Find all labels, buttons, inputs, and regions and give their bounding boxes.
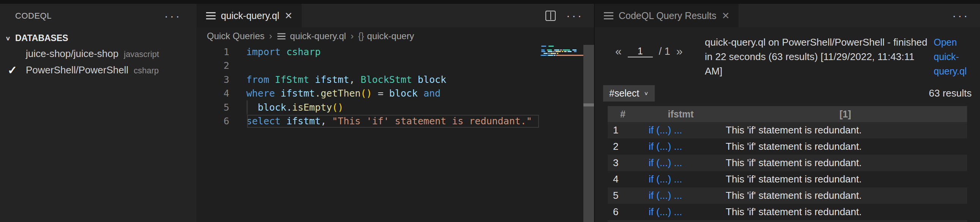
selected-check-icon: ✓ xyxy=(8,62,17,78)
column-header-message[interactable]: [1] xyxy=(724,109,967,120)
minimap-segment xyxy=(544,53,548,54)
line-number: 5 xyxy=(197,102,229,113)
databases-section-header[interactable]: ∨ DATABASES xyxy=(0,30,197,46)
code-token xyxy=(280,115,286,126)
next-page-button[interactable]: » xyxy=(676,45,683,58)
file-list-icon xyxy=(277,33,285,39)
code-text: import csharp xyxy=(246,46,321,57)
code-token: import xyxy=(246,46,280,57)
codeql-sidebar: CODEQL ··· ∨ DATABASES juice-shop/juice-… xyxy=(0,4,197,222)
minimap-segment xyxy=(574,51,576,52)
minimap-gap xyxy=(572,51,573,52)
result-message: This 'if' statement is redundant. xyxy=(724,173,967,185)
results-content: « / 1 » quick-query.ql on PowerShell/Pow… xyxy=(595,27,980,222)
chevron-down-icon: ∨ xyxy=(644,90,648,97)
sidebar-more-actions-icon[interactable]: ··· xyxy=(164,14,181,18)
code-text: from IfStmt ifstmt, BlockStmt block xyxy=(246,74,446,85)
table-row[interactable]: 5if (...) ...This 'if' statement is redu… xyxy=(608,187,967,204)
result-number: 1 xyxy=(608,124,638,136)
code-token: , xyxy=(321,115,332,126)
table-row[interactable]: 2if (...) ...This 'if' statement is redu… xyxy=(608,138,967,155)
table-row[interactable]: 1if (...) ...This 'if' statement is redu… xyxy=(608,122,967,138)
minimap-segment xyxy=(554,50,559,51)
line-number: 4 xyxy=(197,88,229,99)
code-text: block.isEmpty() xyxy=(246,102,344,113)
editor-scrollbar[interactable] xyxy=(583,45,594,222)
code-token: ifstmt xyxy=(280,88,315,99)
database-item[interactable]: juice-shop/juice-shopjavascript xyxy=(0,46,197,62)
editor-tab-bar: quick-query.ql ✕ ··· xyxy=(197,4,594,27)
code-token: where xyxy=(246,88,275,99)
page-number-input[interactable] xyxy=(628,46,653,57)
database-item[interactable]: ✓PowerShell/PowerShellcsharp xyxy=(0,62,197,78)
code-text: where ifstmt.getThen() = block and xyxy=(246,88,441,99)
minimap-segment xyxy=(560,50,562,51)
result-ifstmt-link[interactable]: if (...) ... xyxy=(638,206,724,218)
results-more-actions-icon[interactable]: ··· xyxy=(952,14,969,18)
split-editor-icon[interactable] xyxy=(546,11,556,21)
table-row[interactable]: 6if (...) ...This 'if' statement is redu… xyxy=(608,204,967,220)
result-number: 6 xyxy=(608,206,638,218)
code-line[interactable]: 4where ifstmt.getThen() = block and xyxy=(197,87,594,101)
code-token: select xyxy=(246,115,280,126)
minimap-segment xyxy=(541,55,546,56)
editor-more-actions-icon[interactable]: ··· xyxy=(566,14,583,18)
minimap[interactable] xyxy=(541,46,583,57)
code-token xyxy=(418,88,423,99)
minimap-gap xyxy=(546,50,546,51)
open-query-link[interactable]: Open quick-query.ql xyxy=(934,35,972,78)
code-token: getThen xyxy=(321,88,361,99)
table-body: 1if (...) ...This 'if' statement is redu… xyxy=(608,122,967,220)
result-ifstmt-link[interactable]: if (...) ... xyxy=(638,173,724,185)
result-ifstmt-link[interactable]: if (...) ... xyxy=(638,124,724,136)
column-header-number[interactable]: # xyxy=(608,109,638,120)
tab-label: CodeQL Query Results xyxy=(619,10,717,21)
code-token xyxy=(412,74,418,85)
breadcrumb-symbol[interactable]: quick-query xyxy=(367,31,414,42)
minimap-segment xyxy=(564,51,567,52)
database-language: csharp xyxy=(134,62,159,79)
close-icon[interactable]: ✕ xyxy=(722,10,730,21)
minimap-segment xyxy=(541,46,546,47)
tab-quick-query[interactable]: quick-query.ql ✕ xyxy=(197,4,302,27)
minimap-segment xyxy=(550,53,556,54)
query-status-message: quick-query.ql on PowerShell/PowerShell … xyxy=(705,35,929,78)
tab-codeql-query-results[interactable]: CodeQL Query Results ✕ xyxy=(595,4,738,27)
result-ifstmt-link[interactable]: if (...) ... xyxy=(638,157,724,169)
minimap-segment xyxy=(554,55,555,56)
code-token xyxy=(246,102,258,113)
code-editor[interactable]: 1import csharp23from IfStmt ifstmt, Bloc… xyxy=(197,45,594,222)
code-token: csharp xyxy=(286,46,320,57)
table-header: # ifstmt [1] xyxy=(608,106,967,122)
code-line[interactable]: 3from IfStmt ifstmt, BlockStmt block xyxy=(197,73,594,87)
table-row[interactable]: 3if (...) ...This 'if' statement is redu… xyxy=(608,155,967,171)
workbench: CODEQL ··· ∨ DATABASES juice-shop/juice-… xyxy=(0,4,980,222)
prev-page-button[interactable]: « xyxy=(615,45,622,58)
code-line[interactable]: 1import csharp xyxy=(197,45,594,59)
code-token: block xyxy=(258,102,286,113)
code-line[interactable]: 5 block.isEmpty() xyxy=(197,101,594,114)
code-line[interactable]: 6select ifstmt, "This 'if' statement is … xyxy=(197,114,594,128)
result-number: 5 xyxy=(608,190,638,201)
result-ifstmt-link[interactable]: if (...) ... xyxy=(638,141,724,152)
result-ifstmt-link[interactable]: if (...) ... xyxy=(638,190,724,201)
table-row[interactable]: 4if (...) ...This 'if' statement is redu… xyxy=(608,171,967,187)
close-icon[interactable]: ✕ xyxy=(285,10,293,21)
breadcrumb-folder[interactable]: Quick Queries xyxy=(207,31,264,42)
result-set-dropdown[interactable]: #select ∨ xyxy=(603,85,655,102)
minimap-line xyxy=(541,46,583,47)
sidebar-header: CODEQL ··· xyxy=(0,4,197,28)
minimap-segment xyxy=(555,51,561,52)
minimap-line xyxy=(541,55,583,56)
query-results-panel: CodeQL Query Results ✕ ··· « / 1 » quick… xyxy=(594,4,980,222)
column-header-ifstmt[interactable]: ifstmt xyxy=(638,109,724,120)
minimap-gap xyxy=(541,53,543,54)
code-token: ifstmt xyxy=(286,115,320,126)
pagination: « / 1 » xyxy=(603,45,705,58)
minimap-segment xyxy=(557,53,558,54)
minimap-gap xyxy=(546,51,547,52)
result-number: 3 xyxy=(608,157,638,169)
code-line[interactable]: 2 xyxy=(197,59,594,73)
code-token: () xyxy=(332,102,344,113)
breadcrumb-file[interactable]: quick-query.ql xyxy=(290,31,346,42)
